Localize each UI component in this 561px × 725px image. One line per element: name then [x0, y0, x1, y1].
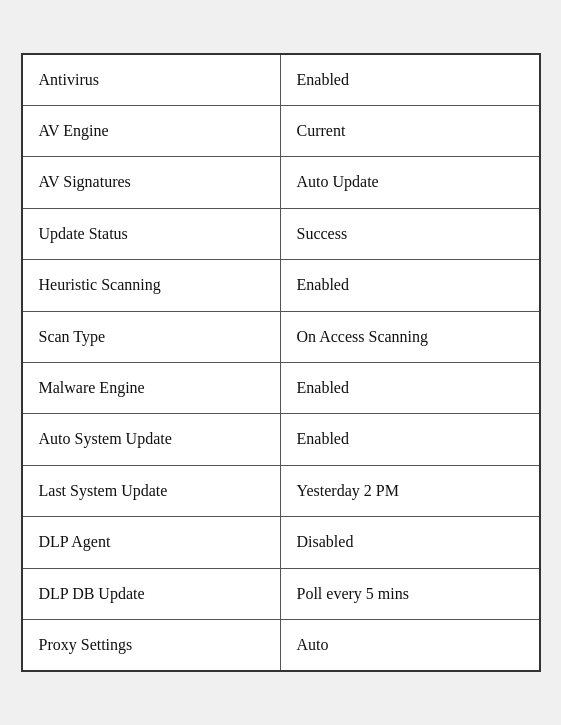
cell-label: Antivirus: [23, 55, 281, 105]
cell-label: Update Status: [23, 209, 281, 259]
cell-value: Enabled: [281, 55, 539, 105]
cell-label: Auto System Update: [23, 414, 281, 464]
cell-label: DLP Agent: [23, 517, 281, 567]
cell-value: Disabled: [281, 517, 539, 567]
table-row: Heuristic ScanningEnabled: [23, 260, 539, 311]
table-row: AntivirusEnabled: [23, 55, 539, 106]
table-row: DLP DB UpdatePoll every 5 mins: [23, 569, 539, 620]
table-row: Update StatusSuccess: [23, 209, 539, 260]
table-row: Proxy SettingsAuto: [23, 620, 539, 670]
cell-value: On Access Scanning: [281, 312, 539, 362]
cell-label: AV Signatures: [23, 157, 281, 207]
cell-label: DLP DB Update: [23, 569, 281, 619]
cell-value: Enabled: [281, 363, 539, 413]
table-row: Last System UpdateYesterday 2 PM: [23, 466, 539, 517]
cell-label: Heuristic Scanning: [23, 260, 281, 310]
cell-label: Last System Update: [23, 466, 281, 516]
cell-value: Auto: [281, 620, 539, 670]
table-row: Scan TypeOn Access Scanning: [23, 312, 539, 363]
cell-label: Scan Type: [23, 312, 281, 362]
cell-value: Current: [281, 106, 539, 156]
table-row: DLP AgentDisabled: [23, 517, 539, 568]
cell-value: Enabled: [281, 414, 539, 464]
cell-value: Yesterday 2 PM: [281, 466, 539, 516]
cell-label: AV Engine: [23, 106, 281, 156]
cell-label: Malware Engine: [23, 363, 281, 413]
cell-label: Proxy Settings: [23, 620, 281, 670]
cell-value: Auto Update: [281, 157, 539, 207]
cell-value: Poll every 5 mins: [281, 569, 539, 619]
status-table: AntivirusEnabledAV EngineCurrentAV Signa…: [21, 53, 541, 673]
table-row: Auto System UpdateEnabled: [23, 414, 539, 465]
cell-value: Enabled: [281, 260, 539, 310]
table-row: AV SignaturesAuto Update: [23, 157, 539, 208]
table-row: Malware EngineEnabled: [23, 363, 539, 414]
cell-value: Success: [281, 209, 539, 259]
table-row: AV EngineCurrent: [23, 106, 539, 157]
